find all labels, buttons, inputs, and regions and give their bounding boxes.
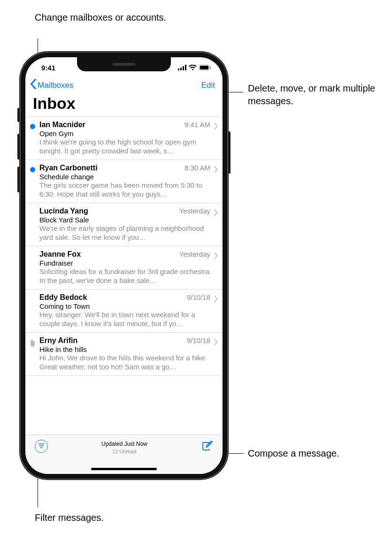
message-subject: Fundraiser [39, 259, 212, 267]
toolbar-status-line: Updated Just Now [101, 441, 147, 448]
message-preview: I think we're going to the high school f… [39, 138, 212, 156]
svg-rect-5 [200, 66, 208, 69]
unread-dot-icon [30, 167, 35, 172]
message-subject: Schedule change [39, 173, 212, 181]
row-gutter [25, 121, 39, 156]
message-row[interactable]: Ian Macnider9:41 AMOpen GymI think we're… [25, 117, 223, 160]
nav-bar: Mailboxes Edit [25, 78, 223, 94]
message-list: Ian Macnider9:41 AMOpen GymI think we're… [25, 116, 223, 376]
attachment-icon [30, 340, 36, 372]
notch [77, 57, 171, 71]
svg-rect-2 [183, 66, 184, 70]
message-time: 9/10/18 [187, 293, 210, 301]
message-preview: Hey, stranger. We'll be in town next wee… [39, 311, 212, 328]
filter-button[interactable] [35, 440, 48, 453]
wifi-icon [189, 65, 197, 70]
message-sender: Erny Arifin [39, 336, 187, 345]
message-preview: Soliciting ideas for a fundraiser for 3r… [39, 267, 212, 285]
battery-icon [199, 65, 211, 70]
message-preview: We're in the early stages of planning a … [39, 224, 212, 242]
chevron-right-icon [214, 123, 218, 131]
svg-rect-3 [185, 65, 186, 70]
svg-rect-6 [210, 67, 211, 69]
row-gutter [25, 250, 39, 285]
message-subject: Coming to Town [39, 302, 212, 310]
edit-button[interactable]: Edit [201, 81, 215, 90]
row-body: Eddy Bedock9/10/18Coming to TownHey, str… [39, 293, 214, 328]
message-row[interactable]: Jeanne FoxYesterdayFundraiserSoliciting … [25, 246, 223, 290]
screen: 9:41 Mailboxes Edit [25, 57, 223, 474]
callout-filter: Filter messages. [35, 511, 104, 524]
phone-frame: 9:41 Mailboxes Edit [20, 52, 228, 480]
message-time: Yesterday [179, 250, 210, 258]
callout-compose: Compose a message. [248, 447, 339, 460]
message-subject: Hike in the hills [39, 345, 212, 353]
home-indicator [91, 468, 157, 470]
message-row[interactable]: Lucinda YangYesterdayBlock Yard SaleWe'r… [25, 203, 223, 246]
message-subject: Open Gym [39, 130, 212, 137]
filter-icon [38, 442, 45, 450]
row-gutter [25, 207, 39, 242]
message-sender: Ian Macnider [39, 121, 184, 129]
toolbar-status: Updated Just Now 11 Unread [101, 440, 147, 455]
toolbar-unread-line: 11 Unread [101, 448, 147, 455]
message-time: Yesterday [179, 207, 210, 215]
message-subject: Block Yard Sale [39, 216, 212, 224]
message-preview: The girls soccer game has been moved fro… [39, 181, 212, 199]
compose-icon [201, 445, 213, 453]
chevron-left-icon [30, 79, 37, 92]
callout-mailboxes: Change mailboxes or accounts. [35, 11, 166, 24]
chevron-right-icon [214, 252, 218, 261]
message-row[interactable]: Ryan Carbonetti8:30 AMSchedule changeThe… [25, 160, 223, 203]
row-body: Ryan Carbonetti8:30 AMSchedule changeThe… [39, 164, 214, 199]
svg-rect-1 [180, 68, 182, 70]
chevron-right-icon [214, 296, 218, 304]
message-row[interactable]: Erny Arifin9/10/18Hike in the hillsHi Jo… [25, 333, 223, 376]
chevron-right-icon [214, 166, 218, 175]
message-time: 9/10/18 [187, 336, 210, 344]
cellular-icon [178, 65, 186, 70]
unread-dot-icon [30, 124, 35, 129]
row-body: Lucinda YangYesterdayBlock Yard SaleWe'r… [39, 207, 214, 242]
row-gutter [25, 293, 39, 328]
chevron-right-icon [214, 209, 218, 218]
message-sender: Eddy Bedock [39, 293, 187, 302]
message-time: 9:41 AM [184, 121, 210, 129]
message-sender: Ryan Carbonetti [39, 164, 184, 172]
message-sender: Lucinda Yang [39, 207, 179, 215]
mailboxes-back-button[interactable]: Mailboxes [30, 79, 74, 92]
page-title: Inbox [25, 94, 223, 116]
row-gutter [25, 164, 39, 199]
row-body: Ian Macnider9:41 AMOpen GymI think we're… [39, 121, 214, 156]
message-time: 8:30 AM [184, 164, 210, 172]
row-gutter [25, 336, 39, 372]
compose-button[interactable] [201, 440, 213, 454]
message-sender: Jeanne Fox [39, 250, 179, 259]
chevron-right-icon [214, 339, 218, 347]
callout-edit: Delete, move, or mark multiple messages. [248, 82, 384, 107]
message-row[interactable]: Eddy Bedock9/10/18Coming to TownHey, str… [25, 290, 223, 333]
row-body: Erny Arifin9/10/18Hike in the hillsHi Jo… [39, 336, 214, 372]
svg-rect-0 [178, 69, 179, 70]
back-label: Mailboxes [38, 81, 74, 90]
row-body: Jeanne FoxYesterdayFundraiserSoliciting … [39, 250, 214, 285]
message-preview: Hi John, We drove to the hills this week… [39, 354, 212, 372]
status-time: 9:41 [37, 64, 55, 72]
